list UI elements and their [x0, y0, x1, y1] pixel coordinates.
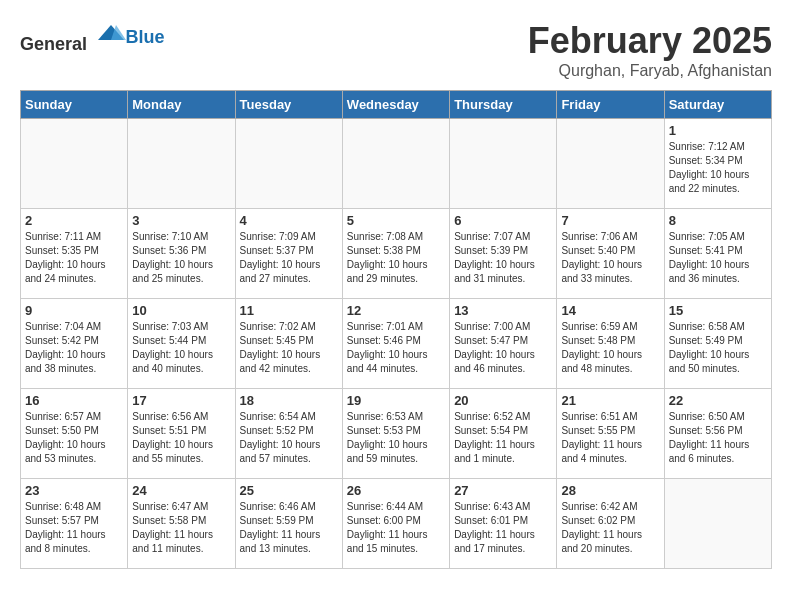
day-number: 5 [347, 213, 445, 228]
day-info: Sunrise: 7:11 AM Sunset: 5:35 PM Dayligh… [25, 230, 123, 286]
calendar-cell: 15Sunrise: 6:58 AM Sunset: 5:49 PM Dayli… [664, 299, 771, 389]
weekday-header-wednesday: Wednesday [342, 91, 449, 119]
weekday-header-sunday: Sunday [21, 91, 128, 119]
day-number: 10 [132, 303, 230, 318]
calendar-week-row: 16Sunrise: 6:57 AM Sunset: 5:50 PM Dayli… [21, 389, 772, 479]
day-number: 16 [25, 393, 123, 408]
day-number: 1 [669, 123, 767, 138]
calendar-cell: 24Sunrise: 6:47 AM Sunset: 5:58 PM Dayli… [128, 479, 235, 569]
day-number: 25 [240, 483, 338, 498]
day-info: Sunrise: 7:02 AM Sunset: 5:45 PM Dayligh… [240, 320, 338, 376]
day-info: Sunrise: 6:54 AM Sunset: 5:52 PM Dayligh… [240, 410, 338, 466]
day-number: 8 [669, 213, 767, 228]
calendar-cell: 19Sunrise: 6:53 AM Sunset: 5:53 PM Dayli… [342, 389, 449, 479]
day-number: 15 [669, 303, 767, 318]
calendar-cell: 17Sunrise: 6:56 AM Sunset: 5:51 PM Dayli… [128, 389, 235, 479]
day-info: Sunrise: 7:09 AM Sunset: 5:37 PM Dayligh… [240, 230, 338, 286]
day-number: 24 [132, 483, 230, 498]
calendar-week-row: 2Sunrise: 7:11 AM Sunset: 5:35 PM Daylig… [21, 209, 772, 299]
calendar-cell [342, 119, 449, 209]
weekday-header-row: SundayMondayTuesdayWednesdayThursdayFrid… [21, 91, 772, 119]
calendar-cell [128, 119, 235, 209]
logo-icon [96, 20, 126, 50]
day-info: Sunrise: 7:01 AM Sunset: 5:46 PM Dayligh… [347, 320, 445, 376]
calendar-cell: 12Sunrise: 7:01 AM Sunset: 5:46 PM Dayli… [342, 299, 449, 389]
day-number: 28 [561, 483, 659, 498]
day-info: Sunrise: 6:43 AM Sunset: 6:01 PM Dayligh… [454, 500, 552, 556]
day-number: 3 [132, 213, 230, 228]
day-number: 21 [561, 393, 659, 408]
calendar-cell: 20Sunrise: 6:52 AM Sunset: 5:54 PM Dayli… [450, 389, 557, 479]
weekday-header-friday: Friday [557, 91, 664, 119]
calendar-cell: 21Sunrise: 6:51 AM Sunset: 5:55 PM Dayli… [557, 389, 664, 479]
day-info: Sunrise: 6:56 AM Sunset: 5:51 PM Dayligh… [132, 410, 230, 466]
calendar-cell [664, 479, 771, 569]
calendar-cell: 14Sunrise: 6:59 AM Sunset: 5:48 PM Dayli… [557, 299, 664, 389]
calendar-cell: 4Sunrise: 7:09 AM Sunset: 5:37 PM Daylig… [235, 209, 342, 299]
day-number: 7 [561, 213, 659, 228]
day-info: Sunrise: 7:10 AM Sunset: 5:36 PM Dayligh… [132, 230, 230, 286]
day-info: Sunrise: 7:00 AM Sunset: 5:47 PM Dayligh… [454, 320, 552, 376]
weekday-header-saturday: Saturday [664, 91, 771, 119]
day-number: 9 [25, 303, 123, 318]
day-info: Sunrise: 6:46 AM Sunset: 5:59 PM Dayligh… [240, 500, 338, 556]
day-info: Sunrise: 7:12 AM Sunset: 5:34 PM Dayligh… [669, 140, 767, 196]
day-info: Sunrise: 6:47 AM Sunset: 5:58 PM Dayligh… [132, 500, 230, 556]
day-info: Sunrise: 6:48 AM Sunset: 5:57 PM Dayligh… [25, 500, 123, 556]
calendar-cell: 18Sunrise: 6:54 AM Sunset: 5:52 PM Dayli… [235, 389, 342, 479]
weekday-header-tuesday: Tuesday [235, 91, 342, 119]
day-number: 2 [25, 213, 123, 228]
day-number: 4 [240, 213, 338, 228]
calendar-cell: 22Sunrise: 6:50 AM Sunset: 5:56 PM Dayli… [664, 389, 771, 479]
calendar-cell: 8Sunrise: 7:05 AM Sunset: 5:41 PM Daylig… [664, 209, 771, 299]
day-info: Sunrise: 7:04 AM Sunset: 5:42 PM Dayligh… [25, 320, 123, 376]
day-number: 12 [347, 303, 445, 318]
calendar-cell [557, 119, 664, 209]
calendar-week-row: 9Sunrise: 7:04 AM Sunset: 5:42 PM Daylig… [21, 299, 772, 389]
calendar-cell: 26Sunrise: 6:44 AM Sunset: 6:00 PM Dayli… [342, 479, 449, 569]
day-info: Sunrise: 7:08 AM Sunset: 5:38 PM Dayligh… [347, 230, 445, 286]
day-info: Sunrise: 6:52 AM Sunset: 5:54 PM Dayligh… [454, 410, 552, 466]
day-number: 23 [25, 483, 123, 498]
day-info: Sunrise: 6:42 AM Sunset: 6:02 PM Dayligh… [561, 500, 659, 556]
day-info: Sunrise: 6:51 AM Sunset: 5:55 PM Dayligh… [561, 410, 659, 466]
calendar-cell: 7Sunrise: 7:06 AM Sunset: 5:40 PM Daylig… [557, 209, 664, 299]
location-subtitle: Qurghan, Faryab, Afghanistan [528, 62, 772, 80]
weekday-header-monday: Monday [128, 91, 235, 119]
calendar-table: SundayMondayTuesdayWednesdayThursdayFrid… [20, 90, 772, 569]
calendar-cell: 16Sunrise: 6:57 AM Sunset: 5:50 PM Dayli… [21, 389, 128, 479]
calendar-week-row: 1Sunrise: 7:12 AM Sunset: 5:34 PM Daylig… [21, 119, 772, 209]
calendar-cell: 11Sunrise: 7:02 AM Sunset: 5:45 PM Dayli… [235, 299, 342, 389]
day-info: Sunrise: 7:03 AM Sunset: 5:44 PM Dayligh… [132, 320, 230, 376]
calendar-cell [21, 119, 128, 209]
day-info: Sunrise: 6:59 AM Sunset: 5:48 PM Dayligh… [561, 320, 659, 376]
logo: General Blue [20, 20, 165, 55]
calendar-cell [450, 119, 557, 209]
calendar-cell: 1Sunrise: 7:12 AM Sunset: 5:34 PM Daylig… [664, 119, 771, 209]
calendar-cell: 23Sunrise: 6:48 AM Sunset: 5:57 PM Dayli… [21, 479, 128, 569]
calendar-cell: 28Sunrise: 6:42 AM Sunset: 6:02 PM Dayli… [557, 479, 664, 569]
day-info: Sunrise: 6:44 AM Sunset: 6:00 PM Dayligh… [347, 500, 445, 556]
day-number: 6 [454, 213, 552, 228]
title-area: February 2025 Qurghan, Faryab, Afghanist… [528, 20, 772, 80]
logo-blue: Blue [126, 27, 165, 48]
calendar-cell: 10Sunrise: 7:03 AM Sunset: 5:44 PM Dayli… [128, 299, 235, 389]
day-info: Sunrise: 7:06 AM Sunset: 5:40 PM Dayligh… [561, 230, 659, 286]
calendar-cell: 2Sunrise: 7:11 AM Sunset: 5:35 PM Daylig… [21, 209, 128, 299]
logo-general: General [20, 34, 87, 54]
day-number: 20 [454, 393, 552, 408]
day-info: Sunrise: 6:53 AM Sunset: 5:53 PM Dayligh… [347, 410, 445, 466]
day-number: 13 [454, 303, 552, 318]
day-info: Sunrise: 7:05 AM Sunset: 5:41 PM Dayligh… [669, 230, 767, 286]
month-title: February 2025 [528, 20, 772, 62]
calendar-cell: 6Sunrise: 7:07 AM Sunset: 5:39 PM Daylig… [450, 209, 557, 299]
day-info: Sunrise: 6:57 AM Sunset: 5:50 PM Dayligh… [25, 410, 123, 466]
calendar-cell: 13Sunrise: 7:00 AM Sunset: 5:47 PM Dayli… [450, 299, 557, 389]
day-number: 18 [240, 393, 338, 408]
day-number: 19 [347, 393, 445, 408]
calendar-cell: 3Sunrise: 7:10 AM Sunset: 5:36 PM Daylig… [128, 209, 235, 299]
day-info: Sunrise: 6:50 AM Sunset: 5:56 PM Dayligh… [669, 410, 767, 466]
calendar-week-row: 23Sunrise: 6:48 AM Sunset: 5:57 PM Dayli… [21, 479, 772, 569]
day-number: 26 [347, 483, 445, 498]
calendar-cell: 27Sunrise: 6:43 AM Sunset: 6:01 PM Dayli… [450, 479, 557, 569]
